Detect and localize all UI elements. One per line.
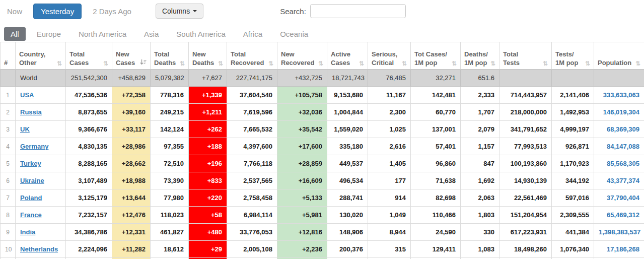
column-header-rank: # xyxy=(1,42,16,70)
cell-country: World xyxy=(16,70,66,87)
cell-tot-cases-1m: 60,770 xyxy=(411,104,461,121)
cell-tot-cases-1m: 71,638 xyxy=(411,172,461,189)
cell-rank: 4 xyxy=(1,138,16,155)
time-filter-now[interactable]: Now xyxy=(7,4,27,19)
country-link[interactable]: Netherlands xyxy=(20,245,58,253)
column-header-total-deaths[interactable]: TotalDeaths⇅ xyxy=(151,42,189,70)
country-link[interactable]: USA xyxy=(20,91,34,99)
column-header-total-cases[interactable]: TotalCases⇅ xyxy=(66,42,112,70)
cell-active-cases: 335,180 xyxy=(327,138,368,155)
cell-deaths-1m: 847 xyxy=(461,155,499,172)
country-link[interactable]: Russia xyxy=(20,108,42,116)
cell-new-recovered: +17,600 xyxy=(277,138,327,155)
cell-total-cases: 7,232,157 xyxy=(66,207,112,224)
cell-population[interactable]: 85,568,305 xyxy=(594,155,644,172)
tab-africa[interactable]: Africa xyxy=(237,27,269,41)
column-header-country[interactable]: Country,Other⇅ xyxy=(16,42,66,70)
cell-total-cases: 3,107,489 xyxy=(66,172,112,189)
tab-asia[interactable]: Asia xyxy=(137,27,165,41)
cell-population[interactable]: 43,377,374 xyxy=(594,172,644,189)
cell-rank: 7 xyxy=(1,189,16,207)
cell-new-cases: +33,117 xyxy=(112,121,151,138)
time-filter-2-days-ago[interactable]: 2 Days Ago xyxy=(88,4,136,19)
cell-new-deaths: +262 xyxy=(189,121,227,138)
sort-icon: ⇅ xyxy=(359,60,364,67)
column-header-tests-1m[interactable]: Tests/1M pop⇅ xyxy=(552,42,594,70)
column-header-tot-cases-1m[interactable]: Tot Cases/1M pop⇅ xyxy=(411,42,461,70)
cell-rank: 3 xyxy=(1,121,16,138)
cell-active-cases: 1,559,020 xyxy=(327,121,368,138)
column-header-new-recovered[interactable]: NewRecovered⇅ xyxy=(277,42,327,70)
cell-total-deaths: 73,390 xyxy=(151,172,189,189)
cell-new-cases: +13,644 xyxy=(112,189,151,207)
cell-total-tests: 14,930,139 xyxy=(499,172,552,189)
column-header-total-recovered[interactable]: TotalRecovered⇅ xyxy=(227,42,277,70)
column-header-label: NewDeaths xyxy=(192,50,214,67)
column-header-total-tests[interactable]: TotalTests⇅ xyxy=(499,42,552,70)
cell-country: UK xyxy=(16,121,66,138)
column-header-serious-critical[interactable]: Serious,Critical⇅ xyxy=(368,42,411,70)
cell-total-recovered: 4,397,600 xyxy=(227,138,277,155)
column-header-population[interactable]: Population⇅ xyxy=(594,42,644,70)
country-link[interactable]: Turkey xyxy=(20,160,41,167)
time-filter-yesterday[interactable]: Yesterday xyxy=(33,4,82,19)
cell-deaths-1m: 1,083 xyxy=(461,241,499,258)
country-link[interactable]: Germany xyxy=(20,143,48,150)
country-link[interactable]: France xyxy=(20,211,42,219)
cell-deaths-1m: 2,333 xyxy=(461,87,499,104)
country-link[interactable]: Ukraine xyxy=(20,177,44,184)
cell-tot-cases-1m: 82,698 xyxy=(411,189,461,207)
cell-new-deaths: +1,211 xyxy=(189,104,227,121)
cell-rank xyxy=(1,70,16,87)
cell-total-deaths: 249,215 xyxy=(151,104,189,121)
column-header-active-cases[interactable]: ActiveCases⇅ xyxy=(327,42,368,70)
sort-icon: ⇅ xyxy=(103,60,108,67)
cell-population[interactable]: 146,019,304 xyxy=(594,104,644,121)
cell-population[interactable]: 84,147,088 xyxy=(594,138,644,155)
cell-new-recovered: +5,981 xyxy=(277,207,327,224)
columns-button[interactable]: Columns xyxy=(156,4,203,19)
country-link[interactable]: Poland xyxy=(20,194,42,202)
tab-oceania[interactable]: Oceania xyxy=(273,27,315,41)
cell-total-cases: 8,873,655 xyxy=(66,104,112,121)
cell-country: Germany xyxy=(16,138,66,155)
cell-total-tests xyxy=(499,70,552,87)
cell-tot-cases-1m: 96,860 xyxy=(411,155,461,172)
table-row: 8France7,232,157+12,476118,023+586,984,1… xyxy=(1,207,644,224)
column-header-new-cases[interactable]: NewCases xyxy=(112,42,151,70)
cell-total-tests: 100,193,860 xyxy=(499,155,552,172)
cell-population[interactable]: 68,369,309 xyxy=(594,121,644,138)
tab-europe[interactable]: Europe xyxy=(30,27,67,41)
column-header-new-deaths[interactable]: NewDeaths⇅ xyxy=(189,42,227,70)
cell-total-cases: 3,125,179 xyxy=(66,189,112,207)
column-header-deaths-1m[interactable]: Deaths/1M pop⇅ xyxy=(461,42,499,70)
cell-population[interactable]: 1,398,383,537 xyxy=(594,224,644,241)
cell-population[interactable]: 37,790,404 xyxy=(594,189,644,207)
cell-tot-cases-1m: 110,466 xyxy=(411,207,461,224)
cell-new-deaths: +29 xyxy=(189,241,227,258)
tab-all[interactable]: All xyxy=(4,27,26,41)
cell-population[interactable]: 65,469,312 xyxy=(594,207,644,224)
cell-population[interactable]: 17,186,268 xyxy=(594,241,644,258)
search-input[interactable] xyxy=(310,4,406,18)
cell-new-recovered: +105,758 xyxy=(277,87,327,104)
column-header-label: Tests/1M pop xyxy=(555,50,579,67)
cell-deaths-1m: 2,079 xyxy=(461,121,499,138)
sort-icon: ⇅ xyxy=(180,60,185,67)
tab-north-america[interactable]: North America xyxy=(72,27,133,41)
cell-tests-1m: 1,170,923 xyxy=(552,155,594,172)
cell-new-cases: +72,358 xyxy=(112,87,151,104)
sort-icon: ⇅ xyxy=(402,60,407,67)
country-link[interactable]: India xyxy=(20,228,35,236)
continent-tabs: AllEuropeNorth AmericaAsiaSouth AmericaA… xyxy=(0,27,644,41)
cell-serious-critical: 2,616 xyxy=(368,138,411,155)
table-body: World251,542,300+458,6295,079,382+7,6272… xyxy=(1,70,644,259)
tab-south-america[interactable]: South America xyxy=(170,27,232,41)
table-row: 6Ukraine3,107,489+18,98873,390+8332,537,… xyxy=(1,172,644,189)
sort-icon: ⇅ xyxy=(585,60,590,67)
cell-new-deaths: +188 xyxy=(189,138,227,155)
cell-population[interactable]: 333,633,063 xyxy=(594,87,644,104)
cell-deaths-1m: 1,692 xyxy=(461,172,499,189)
cell-rank: 10 xyxy=(1,241,16,258)
country-link[interactable]: UK xyxy=(20,125,30,133)
